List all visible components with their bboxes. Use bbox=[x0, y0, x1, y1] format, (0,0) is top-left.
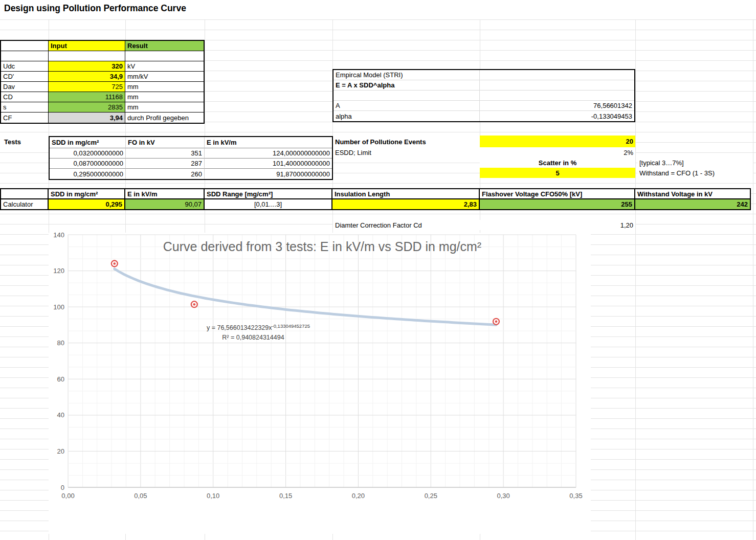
cal-header-length[interactable]: Insulation Length bbox=[332, 189, 480, 199]
test-cell[interactable]: 0,032000000000 bbox=[50, 148, 126, 159]
empty-cell[interactable] bbox=[125, 51, 204, 61]
calculator-withstand-value[interactable]: 242 bbox=[635, 199, 750, 209]
unit-cell[interactable]: durch Profil gegeben bbox=[125, 112, 204, 123]
unit-cell[interactable]: mm bbox=[125, 92, 204, 102]
cal-header-cfo[interactable]: Flashover Voltage CFO50% [kV] bbox=[480, 189, 635, 199]
empty-cell[interactable] bbox=[1, 189, 49, 199]
scatter-value[interactable]: 5 bbox=[480, 168, 635, 178]
y-tick-label: 40 bbox=[57, 411, 64, 419]
x-tick-label: 0,15 bbox=[279, 492, 292, 500]
empty-cell[interactable] bbox=[480, 80, 634, 91]
page-title: Design using Pollution Performance Curve bbox=[4, 3, 186, 14]
data-point-marker bbox=[112, 261, 118, 267]
y-tick-label: 100 bbox=[53, 303, 64, 311]
calculator-row-label[interactable]: Calculator bbox=[1, 199, 49, 209]
esdd-limit-value[interactable]: 2% bbox=[480, 147, 635, 158]
a-value[interactable]: 76,56601342 bbox=[480, 101, 634, 111]
empty-cell[interactable] bbox=[333, 91, 480, 101]
tests-header-fo[interactable]: FO in kV bbox=[126, 137, 205, 148]
diameter-correction-value[interactable]: 1,20 bbox=[480, 220, 635, 230]
y-tick-label: 20 bbox=[57, 447, 64, 455]
scatter-hint[interactable]: [typical 3…7%] bbox=[637, 158, 753, 168]
empty-cell[interactable] bbox=[480, 70, 634, 80]
input-header-cell[interactable]: Input bbox=[49, 41, 125, 51]
calculator-cfo-value[interactable]: 255 bbox=[480, 199, 635, 209]
spreadsheet: { "title": "Design using Pollution Perfo… bbox=[0, 0, 756, 540]
y-tick-label: 140 bbox=[53, 233, 64, 239]
test-cell[interactable]: 260 bbox=[126, 169, 205, 179]
s-result-cell[interactable]: 2835 bbox=[49, 102, 125, 112]
empty-cell[interactable] bbox=[480, 91, 634, 101]
param-label[interactable]: Udc bbox=[1, 61, 49, 72]
result-header-cell[interactable]: Result bbox=[125, 41, 204, 51]
esdd-limit-label[interactable]: ESDD; Limit bbox=[333, 147, 480, 158]
empirical-model-title[interactable]: Empircal Model (STRI) bbox=[333, 70, 480, 80]
cal-header-range[interactable]: SDD Range [mg/cm²] bbox=[205, 189, 332, 199]
cf-cell[interactable]: 3,94 bbox=[49, 112, 125, 123]
corner-cell[interactable] bbox=[1, 41, 49, 51]
test-cell[interactable]: 91,870000000000 bbox=[205, 169, 332, 179]
data-point-marker bbox=[493, 319, 499, 325]
param-label[interactable]: CF bbox=[1, 112, 49, 123]
unit-cell[interactable]: kV bbox=[125, 61, 204, 72]
calculator-e-value[interactable]: 90,07 bbox=[125, 199, 205, 209]
x-tick-label: 0,05 bbox=[134, 492, 147, 500]
power-trendline bbox=[115, 269, 496, 325]
param-label[interactable]: CD bbox=[1, 92, 49, 102]
empirical-model-formula[interactable]: E = A x SDD^alpha bbox=[333, 80, 480, 91]
x-tick-label: 0,10 bbox=[207, 492, 219, 500]
column-line bbox=[635, 19, 636, 540]
test-cell[interactable]: 287 bbox=[126, 159, 205, 169]
alpha-label[interactable]: alpha bbox=[333, 111, 480, 121]
pollution-events-value[interactable]: 20 bbox=[480, 136, 635, 147]
tests-header-sdd[interactable]: SDD in mg/cm² bbox=[50, 137, 126, 148]
udc-input-cell[interactable]: 320 bbox=[49, 61, 125, 72]
trendline-equation: y = 76,566013422329x-0,133049452725 bbox=[207, 323, 310, 332]
data-point-marker bbox=[191, 301, 197, 307]
calculator-sdd-range[interactable]: [0,01....3] bbox=[205, 199, 332, 209]
calculator-sdd-input[interactable]: 0,295 bbox=[49, 199, 125, 209]
empty-cell[interactable] bbox=[49, 51, 125, 61]
pollution-events-label[interactable]: Number of Pollutione Events bbox=[333, 136, 480, 147]
test-cell[interactable]: 0,087000000000 bbox=[50, 159, 126, 169]
alpha-value[interactable]: -0,133049453 bbox=[480, 111, 634, 121]
r-squared-label: R² = 0,940824314494 bbox=[222, 334, 284, 341]
y-tick-label: 80 bbox=[57, 339, 64, 347]
x-tick-label: 0,30 bbox=[497, 492, 509, 500]
tests-label[interactable]: Tests bbox=[0, 136, 49, 147]
param-label[interactable]: Dav bbox=[1, 82, 49, 92]
diameter-correction-label[interactable]: Diamter Correction Factor Cd bbox=[333, 220, 480, 230]
tests-header-e[interactable]: E in kV/m bbox=[205, 137, 332, 148]
dav-input-cell[interactable]: 725 bbox=[49, 82, 125, 92]
withstand-note[interactable]: Withstand = CFO (1 - 3S) bbox=[637, 168, 753, 178]
column-line bbox=[753, 19, 753, 540]
unit-cell[interactable]: mm bbox=[125, 82, 204, 92]
x-tick-label: 0,00 bbox=[61, 492, 74, 500]
cd-result-cell[interactable]: 11168 bbox=[49, 92, 125, 102]
empirical-model-box: Empircal Model (STRI) E = A x SDD^alpha … bbox=[332, 69, 635, 122]
test-cell[interactable]: 101,400000000000 bbox=[205, 159, 332, 169]
unit-cell[interactable]: mm/kV bbox=[125, 72, 204, 82]
pollution-curve-chart[interactable]: 0204060801001201400,000,050,100,150,200,… bbox=[49, 233, 591, 534]
scatter-label[interactable]: Scatter in % bbox=[480, 158, 635, 168]
cal-header-withstand[interactable]: Withstand Voltage in kV bbox=[635, 189, 750, 199]
test-cell[interactable]: 124,000000000000 bbox=[205, 148, 332, 159]
calculator-insulation-length[interactable]: 2,83 bbox=[332, 199, 480, 209]
test-cell[interactable]: 351 bbox=[126, 148, 205, 159]
x-tick-label: 0,35 bbox=[569, 492, 582, 500]
test-cell[interactable]: 0,295000000000 bbox=[50, 169, 126, 179]
y-tick-label: 120 bbox=[53, 267, 64, 275]
unit-cell[interactable]: mm bbox=[125, 102, 204, 112]
param-label[interactable]: s bbox=[1, 102, 49, 112]
cal-header-sdd[interactable]: SDD in mg/cm² bbox=[49, 189, 125, 199]
empty-cell[interactable] bbox=[1, 51, 49, 61]
cd-prime-input-cell[interactable]: 34,9 bbox=[49, 72, 125, 82]
a-label[interactable]: A bbox=[333, 101, 480, 111]
x-tick-label: 0,20 bbox=[352, 492, 365, 500]
param-label[interactable]: CD' bbox=[1, 72, 49, 82]
chart-title: Curve derived from 3 tests: E in kV/m vs… bbox=[163, 239, 481, 254]
calculator-table: SDD in mg/cm² E in kV/m SDD Range [mg/cm… bbox=[0, 188, 751, 210]
input-result-table: Input Result Udc 320 kV CD' 34,9 mm/kV D… bbox=[0, 40, 205, 124]
cal-header-e[interactable]: E in kV/m bbox=[125, 189, 205, 199]
x-tick-label: 0,25 bbox=[425, 492, 437, 500]
